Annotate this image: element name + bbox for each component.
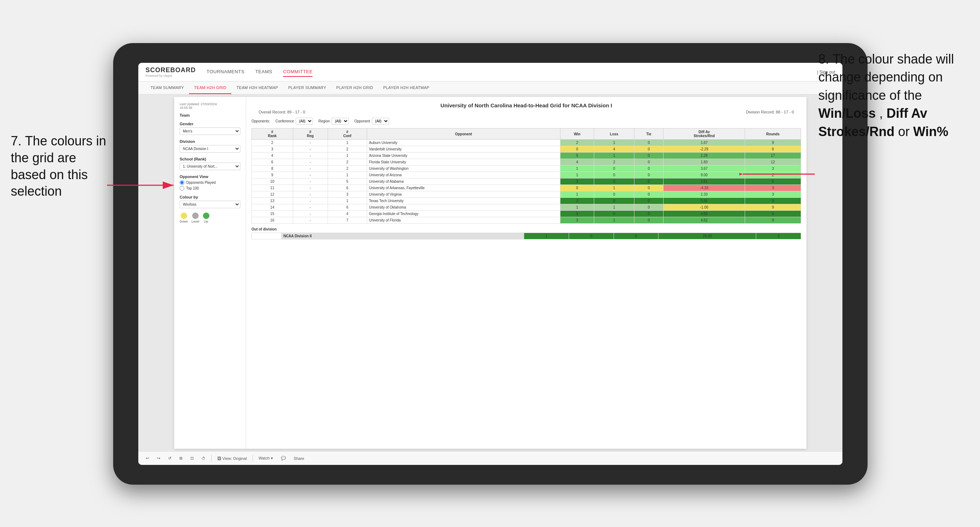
col-loss: Loss bbox=[594, 129, 634, 140]
time-btn[interactable]: ⏱ bbox=[199, 456, 208, 461]
cell-reg: - bbox=[293, 159, 328, 165]
gender-section: Gender Men's bbox=[180, 122, 240, 135]
cell-tie: 0 bbox=[634, 140, 663, 146]
top-nav: SCOREBOARD Powered by clippd TOURNAMENTS… bbox=[138, 63, 842, 81]
cell-tie: 0 bbox=[634, 185, 663, 191]
colour-by-select[interactable]: Win/loss bbox=[180, 201, 240, 208]
col-conf: #Conf bbox=[328, 129, 367, 140]
opponent-filter-select[interactable]: (All) bbox=[372, 118, 389, 125]
refresh-btn[interactable]: ↺ bbox=[166, 455, 173, 461]
grid-area: University of North Carolina Head-to-Hea… bbox=[246, 97, 807, 449]
cell-diff: 4.50 bbox=[663, 211, 745, 217]
cell-tie: 0 bbox=[634, 211, 663, 217]
cell-reg: - bbox=[293, 204, 328, 211]
sub-nav-team-h2h-heatmap[interactable]: TEAM H2H HEATMAP bbox=[231, 81, 283, 94]
cell-rounds: 9 bbox=[745, 211, 801, 217]
cell-reg: - bbox=[293, 165, 328, 172]
nav-committee[interactable]: COMMITTEE bbox=[283, 67, 313, 77]
cell-loss: 4 bbox=[594, 146, 634, 152]
cell-div-win: 1 bbox=[524, 233, 569, 240]
radio-opponents-played[interactable]: Opponents Played bbox=[180, 180, 240, 185]
crop-btn[interactable]: ⊡ bbox=[188, 455, 196, 461]
cell-rank: 3 bbox=[252, 146, 293, 152]
cell-diff: -2.29 bbox=[663, 146, 745, 152]
tablet-device: SCOREBOARD Powered by clippd TOURNAMENTS… bbox=[113, 43, 867, 485]
cell-opponent: University of Washington bbox=[367, 165, 560, 172]
cell-conf: 3 bbox=[328, 191, 367, 198]
out-of-division-row: NCAA Division II 1 0 0 26.00 3 bbox=[252, 233, 801, 240]
cell-tie: 0 bbox=[634, 146, 663, 152]
cell-rank: 10 bbox=[252, 178, 293, 185]
watch-btn[interactable]: Watch ▾ bbox=[256, 455, 275, 461]
cell-win: 3 bbox=[560, 217, 594, 224]
arrow-right bbox=[739, 167, 818, 181]
cell-loss: 0 bbox=[594, 211, 634, 217]
main-content: Last Updated: 27/03/2024 16:55:38 Team G… bbox=[138, 94, 842, 451]
cell-rounds: 17 bbox=[745, 152, 801, 159]
filter-row: Opponents: Conference (All) Region (All) bbox=[251, 118, 801, 125]
table-row: 14 - 6 University of Oklahoma 1 1 0 -1.0… bbox=[252, 204, 801, 211]
settings-btn[interactable]: ⊞ bbox=[177, 455, 185, 461]
cell-win: 5 bbox=[560, 152, 594, 159]
table-row: 6 - 2 Florida State University 4 2 0 1.8… bbox=[252, 159, 801, 165]
redo-btn[interactable]: ↪ bbox=[155, 455, 162, 461]
cell-conf: 5 bbox=[328, 178, 367, 185]
logo-area: SCOREBOARD Powered by clippd bbox=[145, 67, 196, 78]
overall-record: Overall Record: 89 - 17 - 0 bbox=[259, 110, 305, 114]
cell-loss: 1 bbox=[594, 140, 634, 146]
region-filter-select[interactable]: (All) bbox=[332, 118, 349, 125]
cell-rounds: 8 bbox=[745, 146, 801, 152]
cell-win: 1 bbox=[560, 191, 594, 198]
col-tie: Tie bbox=[634, 129, 663, 140]
comment-btn[interactable]: 💬 bbox=[279, 455, 288, 461]
sub-nav-team-h2h-grid[interactable]: TEAM H2H GRID bbox=[189, 81, 231, 94]
cell-diff: 4.62 bbox=[663, 217, 745, 224]
cell-opponent: University of Oklahoma bbox=[367, 204, 560, 211]
out-of-division-table: NCAA Division II 1 0 0 26.00 3 bbox=[251, 233, 801, 240]
cell-opponent: Vanderbilt University bbox=[367, 146, 560, 152]
table-row: 8 - 2 University of Washington 1 0 0 3.6… bbox=[252, 165, 801, 172]
gender-select[interactable]: Men's bbox=[180, 127, 240, 135]
cell-opponent: Texas Tech University bbox=[367, 198, 560, 204]
conference-filter-select[interactable]: (All) bbox=[296, 118, 313, 125]
table-row: 3 - 2 Vanderbilt University 0 4 0 -2.29 … bbox=[252, 146, 801, 152]
sub-nav-player-summary[interactable]: PLAYER SUMMARY bbox=[283, 81, 331, 94]
radio-top100[interactable]: Top 100 bbox=[180, 186, 240, 190]
division-record: Division Record: 88 - 17 - 0 bbox=[746, 110, 794, 114]
bold-winloss: Win/Loss bbox=[818, 106, 876, 121]
cell-reg: - bbox=[293, 191, 328, 198]
cell-rounds: 9 bbox=[745, 140, 801, 146]
cell-loss: 2 bbox=[594, 159, 634, 165]
cell-conf: 6 bbox=[328, 204, 367, 211]
undo-btn[interactable]: ↩ bbox=[144, 455, 151, 461]
sub-nav-player-h2h-grid[interactable]: PLAYER H2H GRID bbox=[331, 81, 378, 94]
nav-teams[interactable]: TEAMS bbox=[255, 67, 272, 77]
division-section: Division NCAA Division I bbox=[180, 139, 240, 152]
cell-diff: 1.67 bbox=[663, 140, 745, 146]
color-legend: Down Level Up bbox=[180, 213, 240, 223]
cell-diff: -4.33 bbox=[663, 185, 745, 191]
cell-reg: - bbox=[293, 152, 328, 159]
table-row: 16 - 7 University of Florida 3 1 0 4.62 … bbox=[252, 217, 801, 224]
cell-conf: 1 bbox=[328, 152, 367, 159]
cell-reg: - bbox=[293, 217, 328, 224]
cell-diff: 1.83 bbox=[663, 159, 745, 165]
cell-conf: 7 bbox=[328, 217, 367, 224]
sub-nav-player-h2h-heatmap[interactable]: PLAYER H2H HEATMAP bbox=[378, 81, 434, 94]
share-btn[interactable]: Share bbox=[292, 456, 306, 461]
cell-rank: 8 bbox=[252, 165, 293, 172]
cell-win: 5 bbox=[560, 211, 594, 217]
cell-diff: 2.61 bbox=[663, 178, 745, 185]
school-select[interactable]: 1. University of Nort... bbox=[180, 163, 240, 170]
cell-rank: 6 bbox=[252, 159, 293, 165]
cell-loss: 0 bbox=[594, 172, 634, 178]
toolbar-sep2 bbox=[253, 455, 253, 462]
data-table: #Rank #Reg #Conf Opponent Win Loss Tie D… bbox=[251, 128, 801, 224]
cell-rounds: 9 bbox=[745, 204, 801, 211]
division-select[interactable]: NCAA Division I bbox=[180, 145, 240, 152]
cell-opponent: University of Arizona bbox=[367, 172, 560, 178]
view-original-btn[interactable]: 🖼 View: Original bbox=[215, 456, 249, 461]
nav-tournaments[interactable]: TOURNAMENTS bbox=[207, 67, 245, 77]
sub-nav-team-summary[interactable]: TEAM SUMMARY bbox=[145, 81, 189, 94]
cell-conf: 1 bbox=[328, 172, 367, 178]
